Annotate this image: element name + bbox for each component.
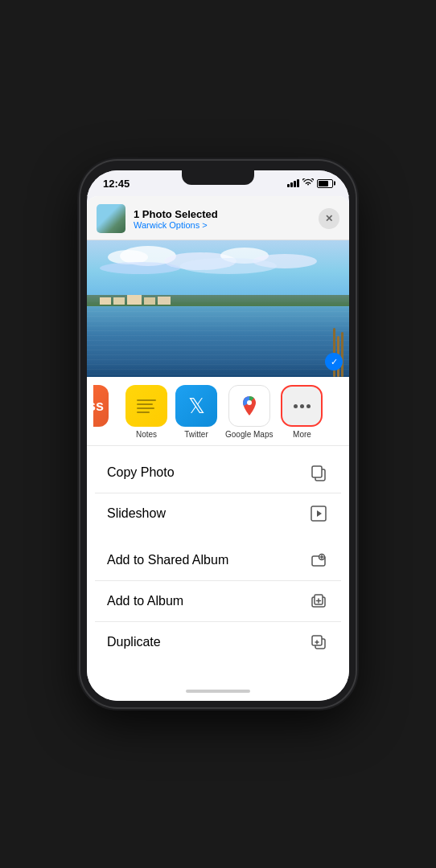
selection-checkmark: ✓ (325, 353, 343, 371)
photo-preview: ✓ (87, 240, 349, 377)
water-layer (87, 306, 349, 377)
svg-rect-1 (312, 466, 322, 477)
duplicate-label: Duplicate (107, 635, 161, 649)
duplicate-icon (308, 632, 329, 653)
status-time: 12:45 (103, 178, 130, 190)
close-button[interactable]: ✕ (319, 208, 339, 229)
more-dots-icon (294, 404, 311, 408)
notes-lines-decoration (131, 393, 162, 420)
notes-label: Notes (136, 430, 157, 439)
notes-app-icon (125, 385, 167, 427)
copy-photo-item[interactable]: Copy Photo (95, 452, 341, 493)
location-text: Warwick (134, 220, 167, 230)
photo-thumbnail (97, 204, 125, 233)
share-sheet: 1 Photo Selected Warwick Options > ✕ (87, 196, 349, 701)
app-icon-item-twitter[interactable]: 𝕏 Twitter (175, 385, 217, 439)
wifi-icon (302, 178, 314, 188)
copy-photo-label: Copy Photo (107, 465, 175, 480)
photo-location: Warwick Options > (134, 220, 311, 230)
signal-icon (287, 179, 299, 187)
photo-selected-title: 1 Photo Selected (134, 208, 311, 220)
battery-icon (317, 179, 333, 188)
add-album-item[interactable]: Add to Album (95, 581, 341, 622)
phone-frame: 12:45 (80, 161, 356, 707)
add-album-icon (308, 591, 329, 612)
more-app-icon (281, 385, 323, 427)
maps-label: Google Maps (225, 430, 273, 439)
add-shared-album-label: Add to Shared Album (107, 553, 228, 567)
app-icons-row: ss Notes (87, 377, 349, 446)
add-shared-album-icon (308, 550, 329, 571)
duplicate-item[interactable]: Duplicate (95, 622, 341, 662)
maps-icon-svg (237, 393, 262, 419)
slideshow-item[interactable]: Slideshow (95, 493, 341, 534)
partial-app-icon: ss (93, 385, 109, 427)
houses-layer (100, 289, 335, 305)
app-icon-item-more[interactable]: More (281, 385, 323, 439)
more-label: More (293, 430, 311, 439)
partial-icon-label: ss (93, 398, 104, 415)
twitter-app-icon: 𝕏 (175, 385, 217, 427)
svg-marker-3 (317, 510, 322, 517)
status-icons (287, 178, 333, 188)
menu-section-1: Copy Photo Slideshow (95, 452, 341, 534)
add-album-label: Add to Album (107, 594, 183, 608)
photo-header: 1 Photo Selected Warwick Options > ✕ (87, 196, 349, 240)
options-link[interactable]: Options > (169, 220, 207, 230)
app-icon-item-notes[interactable]: Notes (125, 385, 167, 439)
maps-app-icon (228, 385, 270, 427)
app-icon-partial[interactable]: ss (93, 385, 117, 439)
twitter-bird-icon: 𝕏 (188, 394, 205, 419)
slideshow-icon (308, 503, 329, 524)
phone-screen: 12:45 (87, 170, 349, 701)
menu-section-2: Add to Shared Album Add to Album (95, 540, 341, 662)
photo-info: 1 Photo Selected Warwick Options > (134, 208, 311, 230)
home-indicator (186, 690, 250, 693)
slideshow-label: Slideshow (107, 506, 166, 521)
copy-photo-icon (308, 462, 329, 483)
notch (182, 170, 254, 185)
twitter-label: Twitter (184, 430, 208, 439)
add-shared-album-item[interactable]: Add to Shared Album (95, 540, 341, 581)
app-icon-item-maps[interactable]: Google Maps (225, 385, 273, 439)
